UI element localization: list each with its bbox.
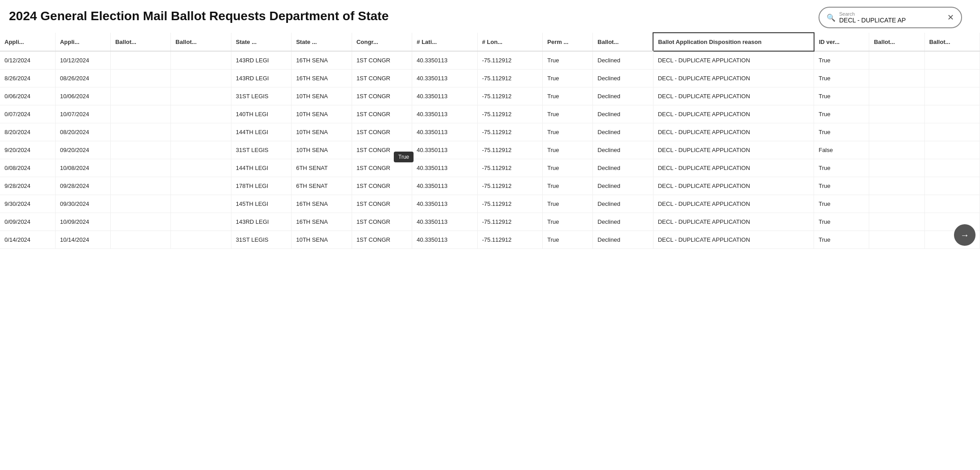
table-body: 0/12/202410/12/2024143RD LEGI16TH SENA1S…	[0, 51, 980, 249]
cell-ballot1	[110, 105, 170, 123]
cell-lati: 40.3350113	[412, 51, 478, 70]
col-header-ballot1[interactable]: Ballot...	[110, 33, 170, 51]
cell-ballot3: Declined	[593, 141, 653, 159]
table-row: 8/20/202408/20/2024144TH LEGI10TH SENA1S…	[0, 123, 980, 141]
cell-perm: True	[543, 231, 593, 249]
cell-lati: 40.3350113	[412, 123, 478, 141]
cell-perm: True	[543, 177, 593, 195]
search-icon: 🔍	[827, 13, 836, 22]
cell-ballot1	[110, 87, 170, 105]
cell-ballot4	[869, 123, 924, 141]
cell-appli2: 10/09/2024	[55, 213, 110, 231]
cell-appli1: 0/07/2024	[0, 105, 55, 123]
cell-ballot2	[171, 123, 231, 141]
cell-idver: True	[814, 159, 869, 177]
search-value: DECL - DUPLICATE AP	[839, 17, 906, 24]
cell-ballot2	[171, 195, 231, 213]
cell-long: -75.112912	[477, 141, 543, 159]
cell-ballot4	[869, 231, 924, 249]
table-row: 0/08/202410/08/2024144TH LEGI6TH SENAT1S…	[0, 159, 980, 177]
cell-congr: 1ST CONGR	[352, 105, 412, 123]
search-bar[interactable]: 🔍 Search DECL - DUPLICATE AP ✕	[819, 7, 962, 28]
col-header-idver[interactable]: ID ver...	[814, 33, 869, 51]
cell-perm: True	[543, 141, 593, 159]
cell-appli2: 10/12/2024	[55, 51, 110, 70]
cell-long: -75.112912	[477, 51, 543, 70]
cell-ballot4	[869, 195, 924, 213]
cell-ballot5	[924, 105, 980, 123]
cell-lati: 40.3350113	[412, 105, 478, 123]
nav-arrow-button[interactable]: →	[954, 224, 976, 246]
cell-ballot2	[171, 213, 231, 231]
cell-appli2: 08/26/2024	[55, 70, 110, 87]
col-header-lati[interactable]: # Lati...	[412, 33, 478, 51]
cell-idver: True	[814, 231, 869, 249]
col-header-appli2[interactable]: Appli...	[55, 33, 110, 51]
cell-lati: 40.3350113	[412, 177, 478, 195]
col-header-ballot3[interactable]: Ballot...	[593, 33, 653, 51]
col-header-ballot2[interactable]: Ballot...	[171, 33, 231, 51]
cell-ballot4	[869, 213, 924, 231]
col-header-state2[interactable]: State ...	[292, 33, 352, 51]
cell-ballot4	[869, 70, 924, 87]
data-table-wrapper: Appli... Appli... Ballot... Ballot... St…	[0, 32, 980, 249]
cell-disposition: DECL - DUPLICATE APPLICATION	[653, 105, 814, 123]
cell-lati: 40.3350113	[412, 213, 478, 231]
cell-appli2: 10/07/2024	[55, 105, 110, 123]
cell-perm: True	[543, 123, 593, 141]
cell-state1: 143RD LEGI	[231, 51, 291, 70]
cell-ballot1	[110, 70, 170, 87]
cell-ballot4	[869, 87, 924, 105]
cell-state1: 143RD LEGI	[231, 213, 291, 231]
col-header-ballot4[interactable]: Ballot...	[869, 33, 924, 51]
cell-appli2: 10/06/2024	[55, 87, 110, 105]
cell-congr: 1ST CONGR	[352, 195, 412, 213]
cell-disposition: DECL - DUPLICATE APPLICATION	[653, 70, 814, 87]
cell-disposition: DECL - DUPLICATE APPLICATION	[653, 87, 814, 105]
cell-appli1: 0/14/2024	[0, 231, 55, 249]
cell-ballot4	[869, 177, 924, 195]
col-header-ballot5[interactable]: Ballot...	[924, 33, 980, 51]
cell-long: -75.112912	[477, 177, 543, 195]
cell-long: -75.112912	[477, 70, 543, 87]
col-header-long[interactable]: # Lon...	[477, 33, 543, 51]
search-close-button[interactable]: ✕	[947, 13, 954, 22]
cell-state1: 31ST LEGIS	[231, 141, 291, 159]
cell-ballot5	[924, 51, 980, 70]
cell-state2: 10TH SENA	[292, 141, 352, 159]
cell-idver: True	[814, 70, 869, 87]
cell-appli1: 9/20/2024	[0, 141, 55, 159]
cell-ballot5	[924, 195, 980, 213]
cell-appli2: 10/08/2024	[55, 159, 110, 177]
cell-long: -75.112912	[477, 159, 543, 177]
col-header-congr[interactable]: Congr...	[352, 33, 412, 51]
col-header-state1[interactable]: State ...	[231, 33, 291, 51]
cell-congr: 1ST CONGR	[352, 213, 412, 231]
cell-congr: 1ST CONGR	[352, 51, 412, 70]
cell-disposition: DECL - DUPLICATE APPLICATION	[653, 123, 814, 141]
cell-state1: 143RD LEGI	[231, 70, 291, 87]
col-header-perm[interactable]: Perm ...	[543, 33, 593, 51]
cell-ballot2	[171, 87, 231, 105]
cell-ballot1	[110, 177, 170, 195]
cell-ballot1	[110, 141, 170, 159]
cell-idver: False	[814, 141, 869, 159]
col-header-appli1[interactable]: Appli...	[0, 33, 55, 51]
cell-appli2: 09/28/2024	[55, 177, 110, 195]
cell-ballot3: Declined	[593, 231, 653, 249]
cell-long: -75.112912	[477, 195, 543, 213]
col-header-disposition[interactable]: Ballot Application Disposition reason	[653, 33, 814, 51]
cell-disposition: DECL - DUPLICATE APPLICATION	[653, 213, 814, 231]
cell-ballot2	[171, 141, 231, 159]
cell-idver: True	[814, 177, 869, 195]
cell-lati: 40.3350113	[412, 141, 478, 159]
cell-appli1: 9/28/2024	[0, 177, 55, 195]
cell-idver: True	[814, 213, 869, 231]
table-row: 0/07/202410/07/2024140TH LEGI10TH SENA1S…	[0, 105, 980, 123]
cell-state2: 10TH SENA	[292, 87, 352, 105]
cell-ballot3: Declined	[593, 87, 653, 105]
cell-appli2: 10/14/2024	[55, 231, 110, 249]
cell-ballot3: Declined	[593, 213, 653, 231]
cell-ballot5	[924, 141, 980, 159]
cell-ballot4	[869, 159, 924, 177]
